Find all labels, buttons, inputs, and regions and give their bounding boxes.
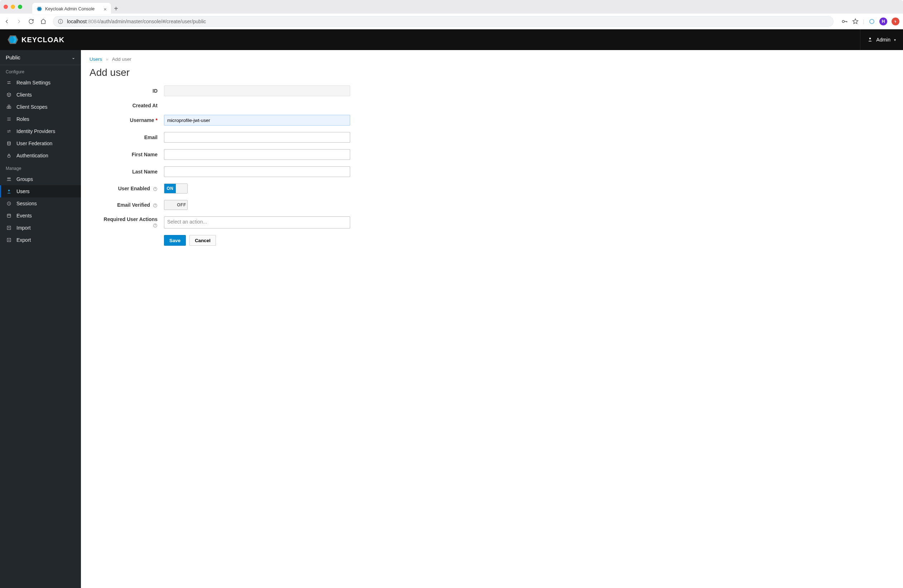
home-icon[interactable] xyxy=(40,18,47,25)
breadcrumb-separator-icon: » xyxy=(105,56,109,62)
svg-point-28 xyxy=(155,206,156,206)
app-header: KEYCLOAK Admin ▾ xyxy=(0,29,903,50)
browser-tab-active[interactable]: Keycloak Admin Console × xyxy=(32,3,111,15)
breadcrumb-current: Add user xyxy=(112,56,131,62)
first-name-field[interactable] xyxy=(164,149,350,160)
reload-icon[interactable] xyxy=(28,18,35,25)
sidebar-item-identity-providers[interactable]: Identity Providers xyxy=(0,125,81,137)
svg-rect-17 xyxy=(8,155,10,157)
url-port: :8084 xyxy=(87,19,99,24)
sidebar-item-sessions[interactable]: Sessions xyxy=(0,198,81,210)
label-created-at: Created At xyxy=(90,103,157,108)
breadcrumb-link-users[interactable]: Users xyxy=(90,56,102,62)
close-tab-icon[interactable]: × xyxy=(104,6,107,12)
label-id: ID xyxy=(90,88,157,94)
database-icon xyxy=(6,141,12,146)
cancel-button[interactable]: Cancel xyxy=(189,235,216,246)
toggle-on-label xyxy=(164,200,176,210)
extension-badge-icon[interactable] xyxy=(892,17,900,25)
sidebar-item-roles[interactable]: Roles xyxy=(0,113,81,125)
svg-point-3 xyxy=(60,20,61,21)
svg-point-16 xyxy=(8,142,10,143)
user-menu-label: Admin xyxy=(876,37,890,42)
sidebar-item-clients[interactable]: Clients xyxy=(0,89,81,101)
browser-titlebar: Keycloak Admin Console × + xyxy=(0,0,903,14)
sidebar-item-import[interactable]: Import xyxy=(0,222,81,234)
url-host: localhost xyxy=(67,19,87,24)
keycloak-logo-icon xyxy=(7,35,19,45)
user-icon xyxy=(868,37,873,43)
minimize-window-icon[interactable] xyxy=(11,5,15,9)
username-field[interactable] xyxy=(164,115,350,125)
help-icon[interactable] xyxy=(151,186,157,191)
sidebar-item-users[interactable]: Users xyxy=(0,185,81,198)
svg-rect-15 xyxy=(8,105,10,107)
email-verified-toggle[interactable]: OFF xyxy=(164,200,187,210)
calendar-icon xyxy=(6,213,12,218)
extension-circle-icon[interactable] xyxy=(868,18,875,25)
svg-point-20 xyxy=(8,190,10,191)
chevron-down-icon: ▾ xyxy=(894,38,896,42)
breadcrumb: Users » Add user xyxy=(90,56,894,62)
site-info-icon[interactable] xyxy=(58,19,63,24)
svg-point-12 xyxy=(8,83,9,84)
realm-name: Public xyxy=(6,54,20,60)
url-path: /auth/admin/master/console/#/create/user… xyxy=(99,19,206,24)
sidebar-item-realm-settings[interactable]: Realm Settings xyxy=(0,77,81,89)
last-name-field[interactable] xyxy=(164,166,350,177)
main-content: Users » Add user Add user ID Created At … xyxy=(81,50,903,588)
sidebar-item-export[interactable]: Export xyxy=(0,234,81,246)
svg-rect-13 xyxy=(7,107,9,108)
export-icon xyxy=(6,237,12,243)
lock-icon xyxy=(6,153,12,158)
browser-toolbar: localhost:8084/auth/admin/master/console… xyxy=(0,14,903,29)
sidebar-item-user-federation[interactable]: User Federation xyxy=(0,137,81,149)
new-tab-button[interactable]: + xyxy=(111,3,121,14)
realm-selector[interactable]: Public ⌄ xyxy=(0,50,81,65)
import-icon xyxy=(6,225,12,230)
profile-avatar-icon[interactable]: H xyxy=(879,17,887,25)
label-required-actions: Required User Actions xyxy=(90,216,157,228)
chevron-down-icon: ⌄ xyxy=(72,55,75,60)
sidebar-item-client-scopes[interactable]: Client Scopes xyxy=(0,101,81,113)
keycloak-logo-text: KEYCLOAK xyxy=(22,36,64,44)
keycloak-logo[interactable]: KEYCLOAK xyxy=(7,35,64,45)
sidebar: Public ⌄ Configure Realm Settings Client… xyxy=(0,50,81,588)
bookmark-star-icon[interactable] xyxy=(852,18,859,25)
user-menu[interactable]: Admin ▾ xyxy=(860,29,896,50)
help-icon[interactable] xyxy=(151,202,157,208)
save-button[interactable]: Save xyxy=(164,235,186,246)
list-icon xyxy=(6,117,12,122)
cube-icon xyxy=(6,92,12,97)
password-key-icon[interactable] xyxy=(842,18,848,25)
sidebar-item-authentication[interactable]: Authentication xyxy=(0,149,81,162)
toggle-on-label: ON xyxy=(164,184,176,193)
sidebar-section-configure: Configure xyxy=(0,65,81,77)
sidebar-item-groups[interactable]: Groups xyxy=(0,173,81,185)
svg-rect-14 xyxy=(9,107,11,108)
label-first-name: First Name xyxy=(90,152,157,157)
svg-point-11 xyxy=(9,82,9,82)
svg-point-18 xyxy=(8,178,9,179)
window-controls xyxy=(3,5,22,9)
exchange-icon xyxy=(6,129,12,134)
sidebar-section-manage: Manage xyxy=(0,162,81,173)
address-divider: | xyxy=(863,19,864,24)
address-url: localhost:8084/auth/admin/master/console… xyxy=(67,19,206,24)
email-field[interactable] xyxy=(164,132,350,143)
add-user-form: ID Created At Username* Email First Name xyxy=(90,85,440,246)
sidebar-item-events[interactable]: Events xyxy=(0,210,81,222)
browser-tab-strip: Keycloak Admin Console × + xyxy=(32,0,121,14)
maximize-window-icon[interactable] xyxy=(18,5,22,9)
svg-point-19 xyxy=(9,178,10,179)
svg-point-6 xyxy=(870,19,874,24)
required-actions-select[interactable]: Select an action... xyxy=(164,216,350,229)
svg-point-30 xyxy=(155,226,156,226)
forward-icon[interactable] xyxy=(16,18,22,25)
back-icon[interactable] xyxy=(3,18,10,25)
close-window-icon[interactable] xyxy=(3,5,8,9)
user-enabled-toggle[interactable]: ON xyxy=(164,183,187,193)
address-bar[interactable]: localhost:8084/auth/admin/master/console… xyxy=(53,16,834,27)
help-icon[interactable] xyxy=(153,222,157,228)
id-field xyxy=(164,85,350,96)
